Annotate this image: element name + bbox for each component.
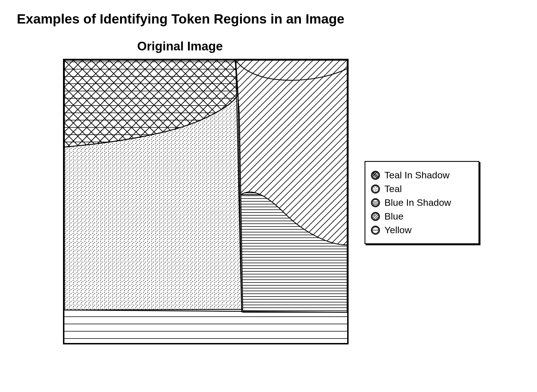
svg-point-14 (376, 187, 377, 188)
page-title: Examples of Identifying Token Regions in… (17, 11, 344, 27)
crosshatch-icon (371, 171, 380, 180)
diagonal-icon (371, 212, 380, 221)
dots-icon (371, 185, 380, 193)
legend-item-teal: Teal (371, 183, 473, 194)
legend-label: Blue (384, 211, 403, 222)
legend: Teal In Shadow Teal (365, 161, 479, 244)
horizontal-sparse-icon (371, 226, 380, 235)
horizontal-icon (371, 198, 380, 207)
svg-point-18 (375, 190, 376, 191)
legend-label: Teal (384, 183, 402, 194)
legend-item-blue-in-shadow: Blue In Shadow (371, 197, 473, 208)
svg-point-15 (375, 188, 376, 189)
region-diagram-svg (64, 60, 347, 343)
subtitle: Original Image (137, 39, 223, 53)
legend-label: Blue In Shadow (384, 197, 451, 208)
svg-point-16 (377, 189, 377, 190)
svg-point-13 (374, 187, 375, 188)
legend-item-blue: Blue (371, 211, 473, 222)
legend-item-yellow: Yellow (371, 225, 473, 235)
legend-label: Teal In Shadow (384, 170, 450, 181)
original-image-figure (63, 59, 349, 344)
legend-label: Yellow (384, 225, 412, 235)
legend-item-teal-in-shadow: Teal In Shadow (371, 170, 473, 181)
svg-point-17 (373, 189, 374, 190)
